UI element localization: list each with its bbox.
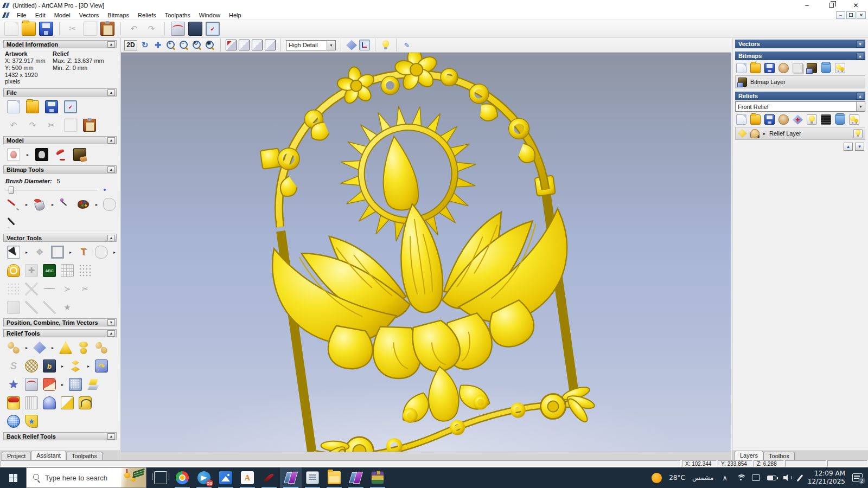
flyout-arrow[interactable]: ▸	[52, 345, 54, 350]
sculpt-hand-icon[interactable]	[778, 63, 789, 73]
tab-toolpaths[interactable]: Toolpaths	[66, 452, 103, 460]
unwrap-relief-icon[interactable]: ★	[25, 415, 38, 428]
menu-model[interactable]: Model	[50, 11, 75, 20]
vector-wrap-icon[interactable]	[25, 378, 38, 391]
fade-relief-icon[interactable]	[25, 396, 38, 409]
angled-plane-icon[interactable]	[61, 396, 74, 409]
mdi-restore-button[interactable]	[846, 11, 856, 19]
menu-bitmaps[interactable]: Bitmaps	[103, 11, 133, 20]
tab-layers[interactable]: Layers	[735, 451, 763, 460]
lighting-icon[interactable]	[54, 148, 67, 161]
select-vectors-icon[interactable]	[7, 246, 20, 259]
dropdown-arrow-icon[interactable]: ▼	[856, 102, 865, 111]
cap-relief-icon[interactable]	[7, 396, 20, 409]
brush-diameter-slider[interactable]	[5, 187, 112, 194]
relief-layer-row[interactable]: ▸ Relief Layer	[735, 127, 865, 140]
save-icon[interactable]	[45, 100, 58, 113]
scale-relief-icon[interactable]	[95, 341, 108, 354]
move-layer-up-button[interactable]: ▲	[844, 143, 853, 151]
menu-reliefs[interactable]: Reliefs	[133, 11, 161, 20]
create-rectangle-icon[interactable]	[51, 246, 64, 259]
toggle-visibility-icon[interactable]	[835, 63, 845, 73]
layer-visibility-icon[interactable]	[853, 129, 863, 138]
display-sync-icon[interactable]	[752, 474, 760, 481]
weather-temperature[interactable]: 28°C	[669, 474, 685, 481]
merge-relief-icon[interactable]	[793, 114, 803, 125]
expand-button[interactable]: ▼	[107, 319, 115, 326]
paste-icon[interactable]	[100, 22, 114, 36]
tab-toolbox[interactable]: Toolbox	[763, 452, 795, 460]
flyout-arrow[interactable]: ▸	[61, 382, 63, 387]
toggle-light-icon[interactable]	[380, 40, 391, 50]
open-model-icon[interactable]	[22, 22, 36, 36]
distort-grid-icon[interactable]	[61, 264, 74, 277]
dropdown-arrow-icon[interactable]: ▼	[327, 41, 335, 50]
sculpt-icon[interactable]	[7, 341, 20, 354]
zero-plane-icon[interactable]	[33, 341, 46, 354]
flyout-arrow[interactable]: ▸	[61, 364, 63, 369]
file-explorer-app[interactable]	[323, 467, 345, 488]
volume-icon[interactable]	[783, 474, 792, 481]
tab-assistant[interactable]: Assistant	[31, 451, 66, 460]
collapse-button[interactable]: ▲	[107, 166, 115, 173]
colour-picker-icon[interactable]	[59, 198, 72, 211]
wifi-icon[interactable]	[736, 474, 745, 481]
zoom-fit-icon[interactable]: ✱	[205, 40, 215, 50]
cut-icon[interactable]: ✂	[66, 22, 80, 36]
3d-view-canvas[interactable]	[121, 53, 731, 452]
collapse-button[interactable]: ▲	[856, 93, 864, 100]
fit-curve-icon[interactable]	[43, 288, 56, 290]
fit-polyline-icon[interactable]	[25, 282, 38, 296]
collapse-button[interactable]: ▲	[107, 235, 115, 241]
iso-view-icon[interactable]	[226, 40, 237, 50]
texture-relief-icon[interactable]	[69, 378, 82, 391]
weave-wizard-icon[interactable]	[25, 359, 38, 373]
flyout-arrow[interactable]: ▸	[113, 250, 116, 255]
restore-button[interactable]	[819, 0, 844, 10]
emboss-wizard-icon[interactable]: b	[43, 359, 56, 373]
mdi-close-button[interactable]: ✕	[857, 11, 866, 19]
collapse-button[interactable]: ▲	[856, 53, 864, 60]
expand-arrow-icon[interactable]: ▸	[763, 131, 765, 136]
new-file-icon[interactable]	[736, 63, 746, 73]
task-view-button[interactable]	[150, 467, 171, 488]
new-model-icon[interactable]	[4, 22, 18, 36]
new-from-model-icon[interactable]	[807, 63, 817, 73]
flyout-arrow[interactable]: ▸	[25, 345, 28, 350]
block-copy-icon[interactable]: ✚	[25, 264, 38, 277]
flyout-arrow[interactable]: ▸	[27, 152, 29, 157]
copy-icon[interactable]	[83, 22, 97, 36]
notification-center-icon[interactable]: 2	[852, 473, 863, 482]
rotate-view-icon[interactable]: ↻	[139, 40, 150, 50]
start-button[interactable]	[0, 467, 26, 488]
view-down-x-icon[interactable]	[239, 40, 250, 50]
bitmap-eraser-icon[interactable]	[73, 148, 86, 161]
telegram-app[interactable]: 53	[193, 467, 215, 488]
redo-icon[interactable]: ↷	[144, 22, 158, 36]
paste-array-icon[interactable]	[79, 264, 92, 277]
new-file-icon[interactable]	[736, 114, 746, 125]
pen-icon[interactable]	[797, 474, 803, 481]
flyout-arrow[interactable]: ▸	[95, 202, 98, 207]
winrar-app[interactable]	[367, 467, 388, 488]
options-setup-icon[interactable]	[206, 22, 220, 36]
collapse-button[interactable]: ▲	[107, 89, 115, 96]
chrome-app[interactable]	[171, 467, 193, 488]
switch-2d-button[interactable]: 2D	[124, 40, 137, 50]
slider-thumb[interactable]	[9, 187, 14, 194]
trim-vectors-icon[interactable]: ✂	[79, 282, 92, 296]
close-button[interactable]: ✕	[844, 0, 868, 10]
create-text-icon[interactable]: T	[77, 246, 90, 259]
zoom-out-icon[interactable]: −	[178, 40, 189, 50]
new-file-icon[interactable]	[7, 100, 20, 113]
flyout-arrow[interactable]: ▸	[52, 202, 54, 207]
undo-icon[interactable]: ↶	[127, 22, 141, 36]
fit-nodes-icon[interactable]	[7, 282, 20, 296]
turn-wizard-icon[interactable]: ↷	[95, 359, 108, 373]
redo-icon[interactable]: ↷	[26, 119, 39, 132]
delete-layer-icon[interactable]	[821, 63, 831, 73]
relief-select[interactable]: Front Relief ▼	[735, 101, 865, 112]
menu-help[interactable]: Help	[225, 11, 246, 20]
sphere-wizard-icon[interactable]	[7, 415, 20, 428]
mushroom-relief-icon[interactable]	[77, 341, 90, 354]
